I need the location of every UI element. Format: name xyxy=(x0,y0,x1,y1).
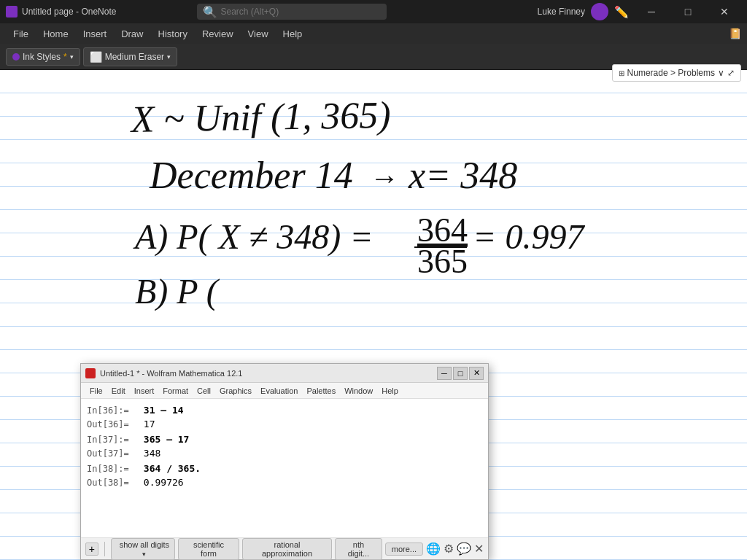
eraser-icon: ⬜ xyxy=(90,51,102,63)
menu-history[interactable]: History xyxy=(151,26,195,42)
wm-window[interactable]: Window xyxy=(340,385,377,397)
wm-file[interactable]: File xyxy=(85,385,107,397)
eraser-button[interactable]: ⬜ Medium Eraser ▾ xyxy=(83,47,177,66)
cell-in-37-label: In[37]:= xyxy=(87,435,138,445)
svg-text:B)   P (: B) P ( xyxy=(135,272,220,311)
nth-digit-button[interactable]: nth digit... xyxy=(335,538,382,560)
wolfram-window-controls: ─ □ ✕ xyxy=(437,367,484,380)
svg-text:December 14: December 14 xyxy=(149,155,353,196)
eraser-chevron: ▾ xyxy=(167,53,171,61)
wolfram-minimize[interactable]: ─ xyxy=(437,367,452,380)
wolfram-icon xyxy=(85,368,96,378)
cell-out-37: Out[37]= 348 xyxy=(87,448,482,459)
wolfram-content: In[36]:= 31 – 14 Out[36]= 17 In[37]:= 36… xyxy=(81,399,488,537)
cell-in-37-value[interactable]: 365 – 17 xyxy=(138,434,189,445)
wolfram-footer: + show all digits ▾ scientific form rati… xyxy=(81,537,488,559)
wolfram-titlebar: Untitled-1 * - Wolfram Mathematica 12.1 … xyxy=(81,364,488,383)
menubar: File Home Insert Draw History Review Vie… xyxy=(0,23,747,44)
menu-draw[interactable]: Draw xyxy=(114,26,150,42)
notebook-settings[interactable]: 📔 xyxy=(729,27,741,40)
panel-chevron-icon: ∨ xyxy=(718,68,724,78)
cell-out-37-value: 348 xyxy=(138,448,160,459)
search-icon: 🔍 xyxy=(203,5,217,19)
show-all-digits-button[interactable]: show all digits ▾ xyxy=(111,538,176,560)
app-title: Untitled page - OneNote xyxy=(22,7,116,17)
search-box[interactable]: 🔍 xyxy=(197,4,387,20)
cell-out-36-value: 17 xyxy=(138,419,155,429)
scientific-form-button[interactable]: scientific form xyxy=(178,538,239,560)
panel-icon: ⊞ xyxy=(619,69,624,77)
cell-in-38-label: In[38]:= xyxy=(87,464,138,474)
menu-insert[interactable]: Insert xyxy=(76,26,115,42)
show-all-digits-arrow: ▾ xyxy=(142,551,146,558)
cell-in-37: In[37]:= 365 – 17 xyxy=(87,434,482,445)
cell-in-36: In[36]:= 31 – 14 xyxy=(87,405,482,416)
wm-edit[interactable]: Edit xyxy=(107,385,130,397)
titlebar: Untitled page - OneNote 🔍 Luke Finney ✏️… xyxy=(0,0,747,23)
search-input[interactable] xyxy=(220,7,381,17)
svg-text:x= 348: x= 348 xyxy=(408,155,517,196)
wm-graphics[interactable]: Graphics xyxy=(215,385,256,397)
ink-styles-button[interactable]: Ink Styles * ▾ xyxy=(6,48,80,66)
svg-text:= 0.997: = 0.997 xyxy=(473,217,585,256)
cell-out-36-label: Out[36]= xyxy=(87,419,138,429)
ink-styles-chevron: ▾ xyxy=(70,53,74,61)
app-icon xyxy=(6,6,18,18)
maximize-button[interactable]: □ xyxy=(671,0,705,23)
panel-label: Numerade > Problems xyxy=(627,68,715,78)
wm-cell[interactable]: Cell xyxy=(193,385,215,397)
wolfram-close[interactable]: ✕ xyxy=(469,367,484,380)
ink-dot-icon xyxy=(12,53,20,61)
svg-text:365: 365 xyxy=(417,243,468,280)
panel-toggle[interactable]: ⊞ Numerade > Problems ∨ ⤢ xyxy=(612,64,741,82)
wolfram-maximize[interactable]: □ xyxy=(453,367,468,380)
wm-format[interactable]: Format xyxy=(158,385,193,397)
user-area: Luke Finney ✏️ xyxy=(538,3,629,20)
eraser-label: Medium Eraser xyxy=(105,52,164,62)
menu-home[interactable]: Home xyxy=(36,26,76,42)
cell-out-38-value: 0.99726 xyxy=(138,477,184,488)
panel-expand-icon: ⤢ xyxy=(727,68,735,78)
cell-in-36-label: In[36]:= xyxy=(87,405,138,416)
svg-text:A)   P( X ≠ 348) =: A) P( X ≠ 348) = xyxy=(133,217,374,257)
ink-styles-label: Ink Styles xyxy=(23,52,61,62)
avatar xyxy=(591,3,608,20)
ink-styles-asterisk: * xyxy=(63,52,67,62)
wm-help[interactable]: Help xyxy=(377,385,403,397)
cell-out-37-label: Out[37]= xyxy=(87,448,138,459)
cell-in-38: In[38]:= 364 / 365. xyxy=(87,463,482,474)
menu-review[interactable]: Review xyxy=(195,26,241,42)
close-button[interactable]: ✕ xyxy=(708,0,741,23)
wolfram-title: Untitled-1 * - Wolfram Mathematica 12.1 xyxy=(100,369,437,378)
wolfram-add-button[interactable]: + xyxy=(85,542,98,556)
wolfram-menubar: File Edit Insert Format Cell Graphics Ev… xyxy=(81,383,488,399)
wm-evaluation[interactable]: Evaluation xyxy=(256,385,302,397)
pen-icon[interactable]: ✏️ xyxy=(614,5,629,19)
internet-icon[interactable]: 🌐 xyxy=(426,542,441,556)
wolfram-window: Untitled-1 * - Wolfram Mathematica 12.1 … xyxy=(80,363,489,560)
page-area: X ~ Unif (1, 365) December 14 → x= 348 A… xyxy=(0,70,747,560)
svg-text:→: → xyxy=(370,162,399,194)
window-controls: ─ □ ✕ xyxy=(635,0,741,23)
more-button[interactable]: more... xyxy=(385,542,423,556)
cell-out-38: Out[38]= 0.99726 xyxy=(87,477,482,488)
cell-out-38-label: Out[38]= xyxy=(87,478,138,488)
menu-file[interactable]: File xyxy=(6,26,36,42)
wm-insert[interactable]: Insert xyxy=(130,385,159,397)
wm-palettes[interactable]: Palettes xyxy=(302,385,340,397)
menu-view[interactable]: View xyxy=(241,26,276,42)
cell-in-38-value[interactable]: 364 / 365. xyxy=(138,463,201,474)
rational-approximation-button[interactable]: rational approximation xyxy=(242,538,333,560)
close-footer-icon[interactable]: ✕ xyxy=(474,542,484,556)
minimize-button[interactable]: ─ xyxy=(635,0,668,23)
cell-in-36-value[interactable]: 31 – 14 xyxy=(138,405,184,416)
footer-icons: 🌐 ⚙ 💬 ✕ xyxy=(426,542,484,556)
svg-text:X ~ Unif (1, 365): X ~ Unif (1, 365) xyxy=(129,94,391,141)
settings-icon[interactable]: ⚙ xyxy=(444,542,454,556)
chat-icon[interactable]: 💬 xyxy=(457,542,471,556)
footer-divider xyxy=(104,542,105,556)
menu-help[interactable]: Help xyxy=(276,26,310,42)
cell-out-36: Out[36]= 17 xyxy=(87,419,482,429)
user-name: Luke Finney xyxy=(538,7,585,17)
